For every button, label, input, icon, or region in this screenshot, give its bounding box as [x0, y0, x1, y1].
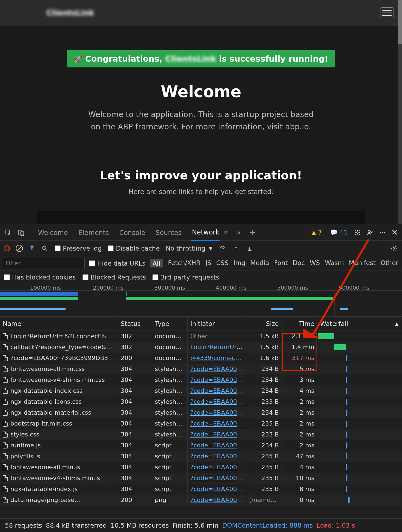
page-scrollbar[interactable] [398, 0, 402, 224]
filter-doc[interactable]: Doc [293, 259, 305, 268]
col-time[interactable]: Time [282, 317, 317, 331]
has-blocked-cookies-checkbox[interactable]: Has blocked cookies [4, 274, 76, 281]
tab-console[interactable]: Console [118, 225, 146, 240]
sort-asc-icon: ▲ [395, 321, 398, 326]
more-tabs-icon[interactable]: » [237, 228, 241, 237]
preserve-log-checkbox[interactable]: Preserve log [55, 245, 102, 252]
table-row[interactable]: fontawesome-all.min.js304script?code=EBA… [0, 462, 402, 473]
inspect-element-icon[interactable] [4, 229, 12, 236]
network-settings-icon[interactable] [390, 245, 398, 252]
overview-ruler[interactable]: 100000 ms 200000 ms 300000 ms 400000 ms … [0, 284, 402, 291]
settings-gear-icon[interactable] [354, 229, 361, 236]
table-row[interactable]: fontawesome-v4-shims.min.css304styleshee… [0, 375, 402, 385]
devtools-panel: Welcome Elements Console Sources Network… [0, 224, 402, 532]
table-row[interactable]: Login?ReturnUrl=%2Fconnect%2Fau...302doc… [0, 331, 402, 342]
messages-badge[interactable]: 💬 43 [329, 228, 349, 236]
col-type[interactable]: Type [152, 317, 188, 331]
filter-js[interactable]: JS [205, 259, 211, 268]
search-icon[interactable] [41, 245, 49, 252]
table-row[interactable]: styles.css304stylesheet?code=EBAA00F7...… [0, 429, 402, 440]
table-row[interactable]: polyfills.js304script?code=EBAA00F7...23… [0, 451, 402, 462]
network-toolbar: Preserve log Disable cache No throttling… [0, 241, 402, 256]
export-har-icon[interactable] [232, 245, 240, 252]
clear-button[interactable] [16, 245, 23, 252]
warnings-badge[interactable]: ▲ 7 [310, 228, 324, 236]
col-name[interactable]: Name [0, 317, 118, 331]
table-row[interactable]: callback?response_type=code&clien...302d… [0, 342, 402, 353]
welcome-subtitle: Welcome to the application. This is a st… [88, 109, 314, 133]
table-row[interactable]: ngx-datatable-index.css304stylesheet?cod… [0, 385, 402, 396]
col-waterfall[interactable]: Waterfall▲ [317, 317, 402, 331]
hamburger-menu-button[interactable] [380, 7, 394, 18]
banner-text-pre: Congratulations, [85, 54, 162, 64]
brand-logo[interactable]: ClientsLink [46, 8, 94, 17]
filter-input[interactable] [3, 258, 85, 269]
file-icon [3, 366, 8, 372]
blocked-requests-checkbox[interactable]: Blocked Requests [82, 274, 146, 281]
success-banner: 🚀 Congratulations, ClientsLink is succes… [67, 50, 335, 67]
file-icon [3, 333, 8, 339]
table-row[interactable]: ngx-datatable-material.css304stylesheet?… [0, 407, 402, 418]
file-icon [3, 355, 8, 361]
tab-network[interactable]: Network [191, 224, 220, 241]
file-icon [3, 486, 8, 492]
table-row[interactable]: data:image/png;base...200png?code=EBAA00… [0, 495, 402, 506]
network-table-body: Login?ReturnUrl=%2Fconnect%2Fau...302doc… [0, 331, 402, 506]
file-icon [3, 388, 8, 394]
svg-point-6 [43, 246, 46, 249]
third-party-checkbox[interactable]: 3rd-party requests [152, 274, 219, 281]
file-icon [3, 344, 8, 350]
filter-wasm[interactable]: Wasm [325, 259, 344, 268]
file-icon [3, 453, 8, 459]
close-devtools-icon[interactable]: ✕ [391, 228, 398, 237]
add-tab-icon[interactable]: + [249, 228, 256, 237]
banner-appname: ClientsLink [165, 54, 216, 64]
throttling-dropdown[interactable]: No throttling▼ [166, 245, 212, 252]
file-icon [3, 442, 8, 448]
tab-welcome[interactable]: Welcome [37, 225, 69, 240]
filter-css[interactable]: CSS [216, 259, 229, 268]
tab-close-icon[interactable]: ✕ [224, 229, 228, 236]
table-row[interactable]: ngx-datatable-icons.css304stylesheet?cod… [0, 396, 402, 407]
table-row[interactable]: runtime.js304script?code=EBAA00F7...234 … [0, 440, 402, 451]
filter-all[interactable]: All [150, 259, 163, 268]
device-toggle-icon[interactable] [17, 229, 25, 236]
col-size[interactable]: Size [246, 317, 282, 331]
filter-toggle-icon[interactable] [29, 245, 35, 252]
filter-manifest[interactable]: Manifest [349, 259, 376, 268]
network-conditions-icon[interactable] [218, 245, 226, 252]
disable-cache-checkbox[interactable]: Disable cache [108, 245, 160, 252]
col-status[interactable]: Status [118, 317, 152, 331]
hide-data-urls-checkbox[interactable]: Hide data URLs [89, 260, 145, 267]
table-row[interactable]: fontawesome-all.min.css304stylesheet?cod… [0, 364, 402, 375]
filter-fetchxhr[interactable]: Fetch/XHR [168, 259, 200, 268]
overview-timeline[interactable] [0, 291, 402, 317]
filter-other[interactable]: Other [380, 259, 398, 268]
col-initiator[interactable]: Initiator [188, 317, 246, 331]
filter-media[interactable]: Media [250, 259, 269, 268]
status-resources: 10.5 MB resources [111, 522, 169, 529]
import-har-icon[interactable] [246, 245, 253, 252]
more-menu-icon[interactable]: ⋯ [379, 229, 386, 236]
filter-ws[interactable]: WS [310, 259, 320, 268]
file-icon [3, 377, 8, 383]
improve-heading: Let's improve your application! [8, 169, 394, 182]
rocket-icon: 🚀 [74, 55, 82, 63]
table-row[interactable]: fontawesome-v4-shims.min.js304script?cod… [0, 473, 402, 484]
filter-font[interactable]: Font [274, 259, 288, 268]
account-icon[interactable] [366, 229, 374, 236]
status-finish: Finish: 5.6 min [173, 522, 218, 529]
devtools-tabs: Welcome Elements Console Sources Network… [37, 224, 256, 241]
file-icon [3, 399, 8, 405]
svg-rect-1 [18, 230, 22, 235]
status-transferred: 88.4 kB transferred [46, 522, 107, 529]
table-row[interactable]: ?code=EBAA00F739BC3999DB3B1E0...200docum… [0, 353, 402, 364]
table-row[interactable]: bootstrap-ltr.min.css304stylesheet?code=… [0, 418, 402, 429]
filter-img[interactable]: Img [233, 259, 246, 268]
record-button[interactable] [4, 245, 10, 251]
table-row[interactable]: ngx-datatable-index.js304script?code=EBA… [0, 484, 402, 495]
file-icon [3, 497, 8, 503]
tab-sources[interactable]: Sources [155, 225, 183, 240]
tab-elements[interactable]: Elements [77, 225, 110, 240]
improve-subtitle: Here are some links to help you get star… [8, 188, 394, 196]
